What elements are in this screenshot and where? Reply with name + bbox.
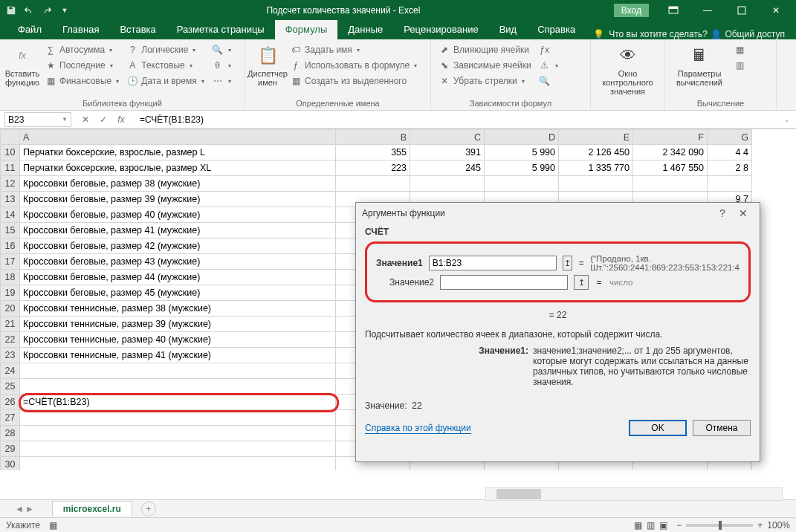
cell[interactable] [20,441,336,457]
cell[interactable] [708,176,752,192]
cell[interactable]: Кроссовки теннисные, размер 40 (мужские) [20,332,336,348]
cell[interactable]: 2 126 450 [559,145,633,160]
tell-me[interactable]: 💡 Что вы хотите сделать? [593,29,708,39]
row-header[interactable]: 30 [1,457,20,471]
col-header[interactable] [1,130,20,145]
math-button[interactable]: θ▾ [209,58,234,73]
sheet-nav-next-icon[interactable]: ► [25,504,34,514]
horizontal-scrollbar[interactable] [485,487,783,501]
cell[interactable]: Кроссовки беговые, размер 40 (мужские) [20,207,336,223]
cell[interactable]: 4 4 [708,145,752,160]
minimize-icon[interactable]: — [690,0,725,21]
save-icon[interactable] [3,2,19,19]
redo-icon[interactable] [39,2,55,19]
more-button[interactable]: ⋯▾ [209,74,234,88]
financial-button[interactable]: ▦Финансовые▾ [42,74,122,88]
recent-button[interactable]: ★Последние▾ [42,58,122,73]
cell[interactable]: 391 [410,145,485,160]
formula-input[interactable]: =СЧЁТ(B1:B23) [135,114,778,125]
show-formulas-button[interactable]: ƒx [536,42,561,57]
view-pagebreak-icon[interactable]: ▣ [659,520,667,531]
sheet-nav-prev-icon[interactable]: ◄ [15,504,24,514]
cell[interactable] [20,363,336,379]
row-header[interactable]: 15 [1,223,20,239]
ribbon-options-icon[interactable] [656,0,690,21]
cell[interactable]: Кроссовки беговые, размер 39 (мужские) [20,192,336,207]
trace-dependents-button[interactable]: ⬊Зависимые ячейки [436,58,534,73]
row-header[interactable]: 28 [1,426,20,441]
arg1-input[interactable] [429,256,557,270]
remove-arrows-button[interactable]: ✕Убрать стрелки▾ [436,74,534,88]
row-header[interactable]: 19 [1,285,20,301]
cell[interactable]: 1 467 550 [633,160,708,176]
cell[interactable]: 5 990 [485,160,559,176]
cell[interactable] [559,176,633,192]
arg2-ref-icon[interactable]: ↥ [574,275,589,290]
tab-file[interactable]: Файл [7,20,52,39]
row-header[interactable]: 20 [1,301,20,317]
row-header[interactable]: 25 [1,379,20,395]
cell[interactable] [20,379,336,395]
zoom-out-icon[interactable]: − [676,520,682,531]
tab-view[interactable]: Вид [489,20,528,39]
qat-customize-icon[interactable]: ▼ [56,2,73,19]
row-header[interactable]: 17 [1,254,20,270]
cell[interactable]: 5 990 [485,145,559,160]
autosum-button[interactable]: ∑Автосумма▾ [42,42,122,57]
cell[interactable]: Кроссовки теннисные, размер 39 (мужские) [20,317,336,332]
maximize-icon[interactable] [725,0,759,21]
add-sheet-icon[interactable]: + [141,502,156,516]
row-header[interactable]: 11 [1,160,20,176]
col-header[interactable]: E [559,130,633,145]
row-header[interactable]: 27 [1,410,20,426]
zoom-slider[interactable] [686,524,753,527]
define-name-button[interactable]: 🏷Задать имя▾ [287,42,420,57]
sheet-tab-active[interactable]: microexcel.ru [52,501,132,516]
fx-icon[interactable]: fx [114,114,128,125]
arg2-input[interactable] [440,275,568,290]
col-header[interactable]: G [708,130,752,145]
tab-formulas[interactable]: Формулы [275,20,338,39]
arg1-ref-icon[interactable]: ↥ [563,256,573,270]
cell[interactable]: 1 335 770 [559,160,633,176]
cell[interactable]: 223 [336,160,410,176]
zoom-in-icon[interactable]: + [757,520,763,531]
share-button[interactable]: 👤Общий доступ [711,29,785,39]
calc-now-button[interactable]: ▦ [731,42,748,57]
col-header[interactable]: A [20,130,336,145]
logical-button[interactable]: ?Логические▾ [123,42,207,57]
row-header[interactable]: 16 [1,239,20,254]
cell[interactable]: =СЧЁТ(B1:B23) [20,395,336,410]
col-header[interactable]: D [485,130,559,145]
row-header[interactable]: 12 [1,176,20,192]
macro-record-icon[interactable]: ▦ [49,520,57,531]
tab-help[interactable]: Справка [527,20,586,39]
tab-data[interactable]: Данные [337,20,393,39]
cell[interactable]: Перчатки боксерские, взрослые, размер L [20,145,336,160]
dialog-cancel-button[interactable]: Отмена [693,420,751,436]
cell[interactable]: Перчатки боксерские, взрослые, размер XL [20,160,336,176]
zoom-value[interactable]: 100% [767,520,790,531]
cell[interactable] [20,457,336,471]
dialog-close-icon[interactable]: ✕ [733,207,754,219]
cell[interactable]: Кроссовки беговые, размер 45 (мужские) [20,285,336,301]
col-header[interactable]: B [336,130,410,145]
row-header[interactable]: 26 [1,395,20,410]
row-header[interactable]: 13 [1,192,20,207]
tab-review[interactable]: Рецензирование [393,20,488,39]
view-layout-icon[interactable]: ▥ [647,520,655,531]
dialog-help-icon[interactable]: ? [712,207,733,219]
view-normal-icon[interactable]: ▦ [634,520,642,531]
row-header[interactable]: 21 [1,317,20,332]
dialog-help-link[interactable]: Справка по этой функции [365,423,471,434]
row-header[interactable]: 24 [1,363,20,379]
row-header[interactable]: 10 [1,145,20,160]
col-header[interactable]: F [633,130,708,145]
cell[interactable]: 2 8 [708,160,752,176]
cell[interactable]: 2 342 090 [633,145,708,160]
dialog-ok-button[interactable]: OK [629,420,687,436]
cell[interactable] [485,176,559,192]
cell[interactable] [633,176,708,192]
cell[interactable] [336,176,410,192]
close-icon[interactable]: ✕ [759,0,793,21]
